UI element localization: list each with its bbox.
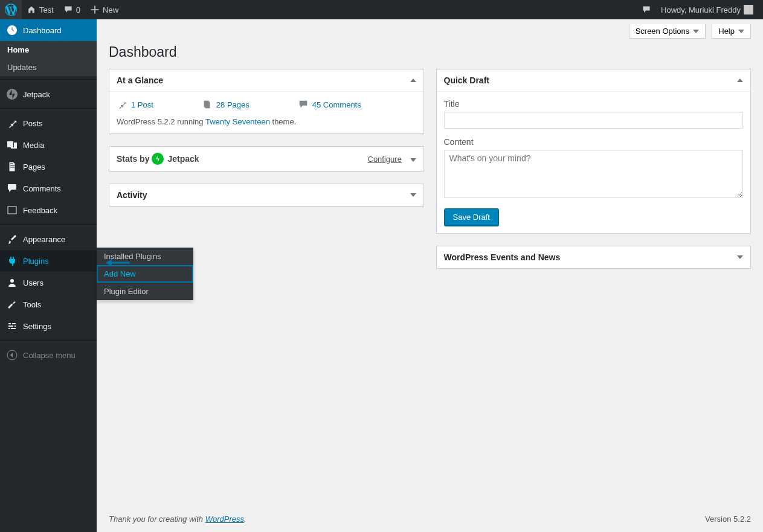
admin-bar: Test 0 New Howdy, Muriuki Freddy [0,0,763,19]
admin-bar-left: Test 0 New [0,0,123,19]
site-name-label: Test [39,5,54,14]
account-link[interactable]: Howdy, Muriuki Freddy [656,0,758,19]
site-link[interactable]: Test [22,0,59,19]
new-label: New [103,5,118,14]
new-link[interactable]: New [85,0,123,19]
comments-link[interactable]: 0 [59,0,85,19]
wp-logo[interactable] [0,0,22,19]
greeting-label: Howdy, Muriuki Freddy [661,5,741,14]
admin-bar-right: Howdy, Muriuki Freddy [637,0,758,19]
avatar [744,5,753,14]
comment-count: 0 [76,5,80,14]
notifications-icon[interactable] [637,0,656,19]
